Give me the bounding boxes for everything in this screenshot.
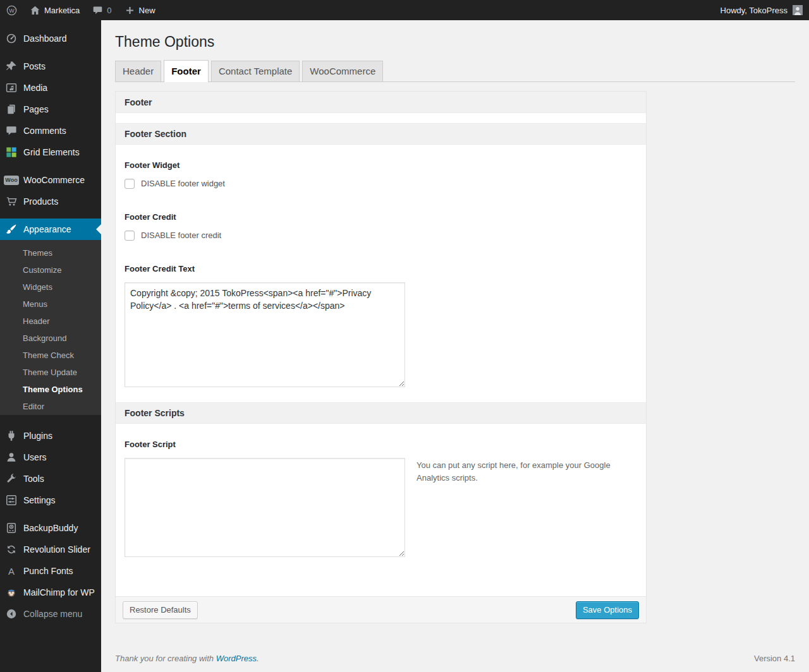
footer-script-label: Footer Script xyxy=(125,439,637,450)
submenu-theme-options[interactable]: Theme Options xyxy=(0,381,101,398)
dashboard-icon xyxy=(5,32,18,45)
cart-icon xyxy=(5,195,18,208)
sidebar-item-backupbuddy[interactable]: BackupBuddy xyxy=(0,517,101,539)
disable-footer-credit-text: DISABLE footer credit xyxy=(141,231,221,241)
collapse-arrow-icon xyxy=(5,608,18,620)
disable-footer-credit-checkbox[interactable] xyxy=(125,231,135,241)
pages-icon xyxy=(5,103,18,116)
disable-footer-credit-option[interactable]: DISABLE footer credit xyxy=(125,231,637,241)
save-options-button[interactable]: Save Options xyxy=(576,601,639,619)
pushpin-icon xyxy=(5,60,18,73)
panel-title: Footer xyxy=(125,97,152,107)
footer-widget-label: Footer Widget xyxy=(125,160,637,171)
submenu-header[interactable]: Header xyxy=(0,313,101,330)
admin-bar-new[interactable]: New xyxy=(118,0,162,20)
comments-count: 0 xyxy=(107,6,111,15)
plugin-icon xyxy=(5,429,18,442)
footer-credit-text-textarea[interactable]: Copyright &copy; 2015 TokoPress<span><a … xyxy=(125,282,405,387)
wrench-icon xyxy=(5,472,18,485)
letter-a-icon: A xyxy=(5,565,18,577)
wp-logo-menu[interactable]: W xyxy=(0,0,23,20)
wordpress-link[interactable]: WordPress xyxy=(216,654,257,663)
paintbrush-icon xyxy=(5,223,18,236)
tab-woocommerce[interactable]: WooCommerce xyxy=(302,61,383,81)
appearance-submenu: Themes Customize Widgets Menus Header Ba… xyxy=(0,240,101,415)
submenu-theme-check[interactable]: Theme Check xyxy=(0,347,101,364)
comments-icon xyxy=(5,124,18,137)
plus-icon xyxy=(125,5,135,16)
admin-sidebar: Dashboard Posts Media Pages Comments Gri… xyxy=(0,20,101,672)
footer-thanks: Thank you for creating with WordPress. xyxy=(115,654,259,663)
woocommerce-badge-icon: Woo xyxy=(5,174,18,186)
collapse-menu-button[interactable]: Collapse menu xyxy=(0,603,101,625)
admin-bar-comments[interactable]: 0 xyxy=(86,0,118,20)
footer-credit-text-label: Footer Credit Text xyxy=(125,263,637,274)
disable-footer-widget-text: DISABLE footer widget xyxy=(141,179,225,189)
footer-scripts-body: Footer Script You can put any script her… xyxy=(116,424,646,596)
sidebar-item-media[interactable]: Media xyxy=(0,77,101,99)
footer-credit-label: Footer Credit xyxy=(125,212,637,222)
home-icon xyxy=(30,5,40,16)
disable-footer-widget-checkbox[interactable] xyxy=(125,179,135,189)
panel-spacer xyxy=(116,113,646,123)
sidebar-item-woocommerce[interactable]: Woo WooCommerce xyxy=(0,169,101,191)
refresh-arrows-icon xyxy=(5,543,18,556)
footer-scripts-bar: Footer Scripts xyxy=(116,402,646,424)
sidebar-item-comments[interactable]: Comments xyxy=(0,120,101,141)
site-name: Marketica xyxy=(44,6,80,15)
panel-title-bar: Footer xyxy=(116,92,646,113)
theme-options-panel: Footer Footer Section Footer Widget DISA… xyxy=(115,91,647,623)
avatar xyxy=(793,5,803,15)
footer-section-body: Footer Widget DISABLE footer widget Foot… xyxy=(116,145,646,402)
main-content: Theme Options Header Footer Contact Temp… xyxy=(101,20,809,672)
sidebar-item-posts[interactable]: Posts xyxy=(0,56,101,77)
sidebar-item-pages[interactable]: Pages xyxy=(0,99,101,120)
grid-elements-icon xyxy=(5,146,18,159)
footer-script-description: You can put any script here, for example… xyxy=(417,458,614,484)
howdy-text: Howdy, TokoPress xyxy=(721,6,788,15)
submenu-editor[interactable]: Editor xyxy=(0,398,101,415)
wordpress-admin: W Marketica 0 New xyxy=(0,0,809,672)
site-name-menu[interactable]: Marketica xyxy=(23,0,86,20)
tab-header[interactable]: Header xyxy=(115,61,161,81)
admin-bar: W Marketica 0 New xyxy=(0,0,809,20)
sidebar-item-mailchimp[interactable]: MailChimp for WP xyxy=(0,582,101,603)
sidebar-item-revolution-slider[interactable]: Revolution Slider xyxy=(0,539,101,560)
disable-footer-widget-option[interactable]: DISABLE footer widget xyxy=(125,179,637,189)
submenu-theme-update[interactable]: Theme Update xyxy=(0,364,101,381)
sidebar-item-grid-elements[interactable]: Grid Elements xyxy=(0,141,101,163)
svg-text:W: W xyxy=(9,7,15,13)
user-icon xyxy=(5,451,18,464)
submenu-themes[interactable]: Themes xyxy=(0,244,101,261)
tab-footer[interactable]: Footer xyxy=(164,60,209,82)
footer-scripts-title: Footer Scripts xyxy=(125,408,185,418)
wordpress-logo-icon: W xyxy=(6,5,17,16)
page-title: Theme Options xyxy=(115,33,795,51)
tab-contact-template[interactable]: Contact Template xyxy=(211,61,300,81)
footer-script-textarea[interactable] xyxy=(125,458,405,557)
sidebar-item-plugins[interactable]: Plugins xyxy=(0,425,101,447)
settings-icon xyxy=(5,494,18,507)
admin-bar-account[interactable]: Howdy, TokoPress xyxy=(714,0,809,20)
sidebar-item-products[interactable]: Products xyxy=(0,191,101,212)
sidebar-item-users[interactable]: Users xyxy=(0,447,101,468)
admin-footer: Thank you for creating with WordPress. V… xyxy=(115,654,795,663)
submenu-background[interactable]: Background xyxy=(0,330,101,347)
comment-bubble-icon xyxy=(92,5,103,16)
submenu-menus[interactable]: Menus xyxy=(0,296,101,313)
footer-section-bar: Footer Section xyxy=(116,123,646,145)
new-label: New xyxy=(139,6,155,15)
sidebar-item-settings[interactable]: Settings xyxy=(0,489,101,511)
panel-action-bar: Restore Defaults Save Options xyxy=(116,596,646,623)
submenu-widgets[interactable]: Widgets xyxy=(0,279,101,296)
sidebar-item-tools[interactable]: Tools xyxy=(0,468,101,489)
mailchimp-monkey-icon xyxy=(5,586,18,599)
tab-bar: Header Footer Contact Template WooCommer… xyxy=(115,60,795,82)
sidebar-item-punch-fonts[interactable]: A Punch Fonts xyxy=(0,560,101,582)
backupbuddy-icon xyxy=(5,522,18,534)
sidebar-item-appearance[interactable]: Appearance xyxy=(0,219,101,240)
media-icon xyxy=(5,81,18,94)
sidebar-item-dashboard[interactable]: Dashboard xyxy=(0,28,101,49)
submenu-customize[interactable]: Customize xyxy=(0,261,101,279)
restore-defaults-button[interactable]: Restore Defaults xyxy=(123,601,198,619)
